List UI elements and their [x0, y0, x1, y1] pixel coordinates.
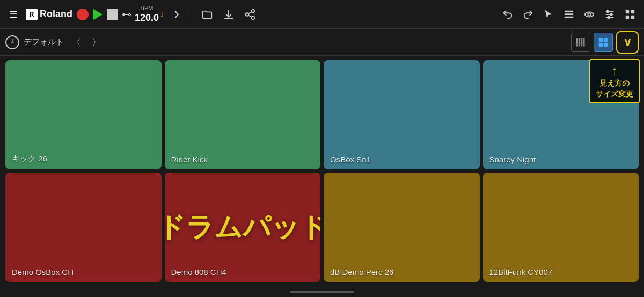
roland-logo: R Roland — [26, 9, 72, 20]
preset-name: デフォルト — [24, 37, 64, 47]
bpm-tempo-icon: ♩ — [160, 11, 164, 18]
svg-rect-16 — [626, 10, 629, 13]
svg-rect-38 — [599, 42, 603, 47]
nav-prev-button[interactable]: 〈 — [68, 35, 84, 50]
svg-rect-39 — [604, 42, 608, 47]
pad-osbox-sn1-label: OsBox Sn1 — [330, 155, 371, 164]
pad-demo-808-ch4-label: Demo 808 CH4 — [171, 268, 226, 277]
svg-rect-34 — [581, 44, 582, 46]
toolbar-right-group — [499, 6, 639, 23]
svg-rect-24 — [576, 40, 578, 41]
pad-kick26-label: キック 26 — [12, 154, 47, 164]
download-icon[interactable] — [220, 6, 237, 23]
record-button[interactable] — [77, 9, 89, 20]
second-toolbar: デフォルト 〈 〉 — [0, 29, 644, 56]
svg-point-0 — [252, 9, 255, 12]
svg-point-1 — [246, 13, 249, 16]
svg-rect-33 — [579, 44, 580, 46]
pad-demo-osbox-ch[interactable]: Demo OsBox CH — [5, 173, 162, 282]
main-toolbar: ☰ R Roland ⊷ BPM 120.0 ♩ — [0, 0, 644, 29]
svg-rect-37 — [604, 38, 608, 42]
stop-button[interactable] — [107, 9, 118, 20]
share-icon[interactable] — [241, 6, 259, 23]
large-grid-button[interactable] — [594, 33, 613, 52]
pad-snarey-night[interactable]: Snarey Night — [483, 60, 639, 169]
svg-point-15 — [608, 16, 610, 18]
pads-row-1: キック 26 Rider Kick OsBox Sn1 Snarey Night — [5, 60, 639, 169]
cursor-icon[interactable] — [540, 6, 557, 23]
nav-next-button[interactable]: 〉 — [89, 35, 105, 50]
svg-point-14 — [610, 13, 612, 16]
pads-row-2: Demo OsBox CH Demo 808 CH4 ドラムパッド dB Dem… — [5, 173, 639, 282]
redo-icon[interactable] — [519, 6, 537, 23]
svg-point-13 — [607, 10, 609, 12]
roland-logo-icon: R — [26, 9, 38, 20]
svg-rect-7 — [565, 16, 574, 18]
svg-rect-29 — [579, 42, 580, 44]
svg-rect-36 — [599, 38, 603, 42]
svg-rect-32 — [576, 44, 578, 46]
second-bar-right: ∨ — [571, 31, 639, 54]
svg-rect-6 — [565, 13, 574, 15]
roland-logo-text: Roland — [40, 9, 72, 20]
svg-rect-18 — [626, 15, 629, 18]
bpm-label: BPM — [141, 5, 153, 12]
pad-kick26[interactable]: キック 26 — [5, 60, 162, 169]
svg-line-4 — [248, 11, 252, 13]
pad-demo-808-ch4[interactable]: Demo 808 CH4 ドラムパッド — [165, 173, 321, 282]
svg-point-2 — [252, 16, 255, 19]
drum-pads-area: キック 26 Rider Kick OsBox Sn1 Snarey Night… — [0, 56, 644, 286]
svg-rect-28 — [576, 42, 578, 44]
pad-12bitfunk-cy007[interactable]: 12BitFunk CY007 — [483, 173, 639, 282]
svg-rect-22 — [581, 38, 582, 39]
svg-point-9 — [588, 13, 591, 16]
bpm-forward-icon[interactable] — [168, 6, 185, 23]
pad-osbox-sn1[interactable]: OsBox Sn1 — [324, 60, 480, 169]
svg-rect-19 — [631, 15, 634, 18]
play-button[interactable] — [93, 9, 103, 20]
grid4-icon[interactable] — [621, 6, 639, 23]
chevron-down-button[interactable]: ∨ — [616, 31, 639, 54]
scroll-bar — [290, 291, 354, 293]
svg-rect-30 — [581, 42, 582, 44]
svg-rect-31 — [583, 42, 584, 44]
svg-rect-20 — [576, 38, 578, 39]
folder-icon[interactable] — [199, 6, 216, 23]
pad-demo-osbox-ch-label: Demo OsBox CH — [12, 268, 74, 277]
eye-icon[interactable] — [581, 6, 598, 23]
bpm-display: BPM 120.0 ♩ — [135, 5, 164, 23]
sliders-icon[interactable] — [601, 6, 618, 23]
pad-db-demo-perc26-label: dB Demo Perc 26 — [330, 268, 393, 277]
pad-rider-kick-label: Rider Kick — [171, 155, 208, 164]
undo-icon[interactable] — [499, 6, 516, 23]
menu-icon[interactable]: ☰ — [5, 6, 21, 23]
drum-pad-overlay: ドラムパッド — [165, 173, 321, 282]
pad-db-demo-perc26[interactable]: dB Demo Perc 26 — [324, 173, 480, 282]
svg-rect-25 — [579, 40, 580, 41]
svg-rect-21 — [579, 38, 580, 39]
list-icon[interactable] — [560, 6, 577, 23]
bpm-value[interactable]: 120.0 — [135, 12, 159, 24]
svg-rect-27 — [583, 40, 584, 41]
loop-icon[interactable]: ⊷ — [122, 9, 130, 20]
small-grid-button[interactable] — [571, 33, 590, 52]
svg-rect-26 — [581, 40, 582, 41]
pad-12bitfunk-cy007-label: 12BitFunk CY007 — [489, 268, 553, 277]
drum-pad-overlay-text: ドラムパッド — [165, 209, 321, 246]
svg-rect-23 — [583, 38, 584, 39]
scroll-indicator — [0, 286, 644, 297]
svg-rect-17 — [631, 10, 634, 13]
svg-rect-35 — [583, 44, 584, 46]
separator-1 — [192, 6, 192, 23]
pad-rider-kick[interactable]: Rider Kick — [165, 60, 321, 169]
pad-snarey-night-label: Snarey Night — [489, 155, 536, 164]
clock-icon[interactable] — [5, 35, 19, 49]
svg-rect-5 — [565, 10, 574, 12]
svg-line-3 — [248, 15, 252, 17]
